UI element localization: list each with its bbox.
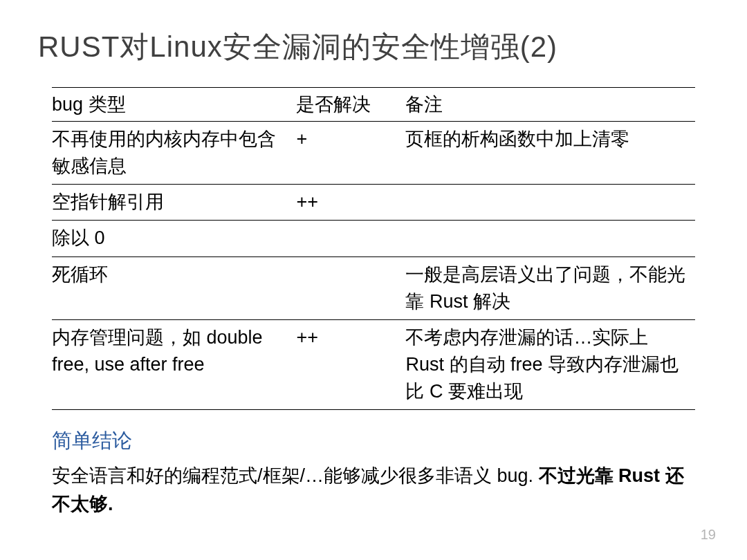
cell-note: 页框的析构函数中加上清零 (405, 122, 695, 185)
table-row: 内存管理问题，如 double free, use after free ++ … (52, 319, 695, 409)
cell-bug-type: 死循环 (52, 256, 296, 319)
cell-note: 不考虑内存泄漏的话…实际上 Rust 的自动 free 导致内存泄漏也比 C 要… (405, 319, 695, 409)
cell-solved: ++ (296, 185, 405, 221)
cell-bug-type: 除以 0 (52, 221, 296, 256)
conclusion-heading: 简单结论 (52, 427, 695, 455)
header-note: 备注 (405, 88, 695, 122)
table-header-row: bug 类型 是否解决 备注 (52, 88, 695, 122)
cell-solved (296, 256, 405, 319)
conclusion-body: 安全语言和好的编程范式/框架/…能够减少很多非语义 bug. 不过光靠 Rust… (52, 462, 695, 518)
cell-solved: + (296, 122, 405, 185)
cell-note: 一般是高层语义出了问题，不能光靠 Rust 解决 (405, 256, 695, 319)
table-row: 死循环 一般是高层语义出了问题，不能光靠 Rust 解决 (52, 256, 695, 319)
header-bug-type: bug 类型 (52, 88, 296, 122)
table-row: 除以 0 (52, 221, 695, 256)
cell-solved (296, 221, 405, 256)
bug-table: bug 类型 是否解决 备注 不再使用的内核内存中包含敏感信息 + 页框的析构函… (52, 87, 695, 410)
cell-solved: ++ (296, 319, 405, 409)
cell-bug-type: 空指针解引用 (52, 185, 296, 221)
cell-bug-type: 不再使用的内核内存中包含敏感信息 (52, 122, 296, 185)
page-number: 19 (701, 527, 716, 543)
cell-note (405, 185, 695, 221)
header-solved: 是否解决 (296, 88, 405, 122)
table-row: 空指针解引用 ++ (52, 185, 695, 221)
cell-note (405, 221, 695, 256)
conclusion-text-pre: 安全语言和好的编程范式/框架/…能够减少很多非语义 bug. (52, 465, 539, 486)
cell-bug-type: 内存管理问题，如 double free, use after free (52, 319, 296, 409)
slide-title: RUST对Linux安全漏洞的安全性增强(2) (38, 28, 709, 66)
table-row: 不再使用的内核内存中包含敏感信息 + 页框的析构函数中加上清零 (52, 122, 695, 185)
content-area: bug 类型 是否解决 备注 不再使用的内核内存中包含敏感信息 + 页框的析构函… (38, 87, 709, 518)
